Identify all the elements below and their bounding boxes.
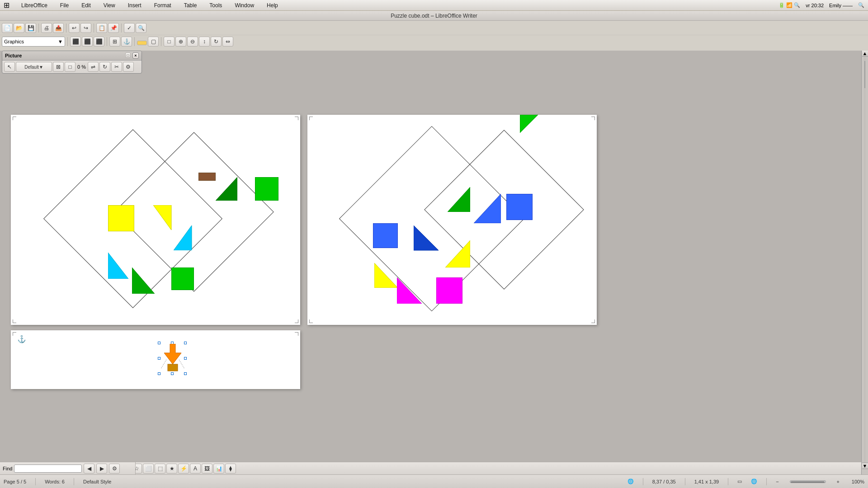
sep-s1 (35, 478, 36, 485)
anchor-btn[interactable]: ⚓ (121, 37, 132, 47)
dropdown-arrow: ▼ (58, 39, 63, 44)
draw-toggle-extrusion-btn[interactable]: ⧫ (225, 464, 236, 474)
search-icon[interactable]: 🔍 (858, 2, 864, 8)
redo-btn[interactable]: ↪ (80, 23, 91, 33)
zoom-slider[interactable] (790, 480, 826, 483)
menu-help[interactable]: Help (264, 1, 281, 9)
menu-edit[interactable]: Edit (79, 1, 94, 9)
page-left[interactable] (11, 115, 300, 325)
undo-btn[interactable]: ↩ (69, 23, 80, 33)
menu-insert[interactable]: Insert (125, 1, 144, 9)
picture-props-btn[interactable]: ⚙ (123, 62, 134, 72)
zoom-out-btn[interactable]: − (776, 479, 778, 484)
yellow-triangle-left (153, 205, 176, 232)
sep7 (134, 37, 135, 46)
wrap-btn[interactable]: ⊞ (109, 37, 120, 47)
word-count: Words: 6 (45, 479, 65, 484)
find-prev-btn[interactable]: ◀ (84, 464, 94, 474)
view-web-btn[interactable]: 🌐 (751, 479, 757, 484)
svg-marker-2 (108, 253, 128, 279)
svg-marker-6 (414, 225, 439, 250)
picture-mode-btn[interactable]: Default▼ (16, 62, 52, 72)
menu-tools[interactable]: Tools (207, 1, 225, 9)
draw-stars-btn[interactable]: ★ (166, 464, 177, 474)
handle-ml[interactable] (158, 357, 160, 360)
scrollbar-right[interactable]: ▲ ▼ (861, 51, 868, 474)
menu-libreoffice[interactable]: LibreOffice (19, 1, 50, 9)
menu-view[interactable]: View (101, 1, 118, 9)
left-page-canvas (11, 115, 300, 325)
svg-marker-0 (153, 205, 171, 230)
print-btn[interactable]: 🖨 (41, 23, 52, 33)
draw-insert-image-btn[interactable]: 🖼 (202, 464, 212, 474)
spellcheck-btn[interactable]: ✓ (124, 23, 135, 33)
darkgreen-triangle-top (216, 177, 237, 201)
handle-bl[interactable] (158, 372, 160, 375)
menu-format[interactable]: Format (151, 1, 174, 9)
scroll-track[interactable] (864, 56, 865, 463)
sep6 (107, 37, 107, 46)
border-color-btn[interactable]: ▢ (148, 37, 159, 47)
save-btn[interactable]: 💾 (25, 23, 36, 33)
align-left-btn[interactable]: ⬛ (70, 37, 81, 47)
find-next-btn[interactable]: ▶ (96, 464, 107, 474)
picture-filter-btn[interactable]: ⊠ (53, 62, 64, 72)
mirror-btn[interactable]: ⇔ (222, 37, 233, 47)
handle-br[interactable] (184, 372, 187, 375)
menu-file[interactable]: File (57, 1, 71, 9)
statusbar: Page 5 / 5 Words: 6 Default Style 🌐 8,37… (0, 474, 868, 488)
svg-marker-1 (174, 225, 192, 250)
svg-marker-5 (520, 115, 538, 133)
rotate-btn[interactable]: ↻ (211, 37, 222, 47)
arrange-btn[interactable]: ↕ (199, 37, 210, 47)
menu-window[interactable]: Window (232, 1, 257, 9)
find-btn[interactable]: 🔍 (136, 23, 146, 33)
draw-insert-chart-btn[interactable]: 📊 (213, 464, 224, 474)
sep-s6 (766, 478, 767, 485)
new-btn[interactable]: 📄 (2, 23, 13, 33)
picture-select-btn[interactable]: ↖ (4, 62, 15, 72)
group-btn[interactable]: ⊕ (175, 37, 186, 47)
menu-table[interactable]: Table (181, 1, 200, 9)
draw-flowchart-btn[interactable]: ⬜ (143, 464, 154, 474)
scroll-up-btn[interactable]: ▲ (862, 51, 868, 56)
picture-panel-close[interactable]: × (132, 52, 139, 59)
find-input[interactable] (14, 465, 82, 473)
draw-callouts-btn[interactable]: ⬚ (155, 464, 165, 474)
selected-object-container[interactable] (159, 343, 185, 374)
align-right-btn[interactable]: ⬛ (94, 37, 104, 47)
picture-panel-pin[interactable]: □ (125, 52, 131, 58)
handle-tl[interactable] (158, 342, 160, 344)
svg-marker-7 (445, 240, 470, 267)
scroll-thumb[interactable] (864, 61, 865, 88)
green-triangle-top-right (520, 115, 538, 133)
language-btn[interactable]: 🌐 (627, 479, 634, 484)
find-bar: Find ◀ ▶ ⚙ (0, 462, 136, 474)
picture-crop-btn[interactable]: ✂ (111, 62, 122, 72)
style-dropdown[interactable]: Graphics ▼ (2, 37, 65, 47)
handle-bm[interactable] (171, 372, 174, 375)
draw-fontwork-btn[interactable]: A (190, 464, 201, 474)
color-btn[interactable] (137, 41, 147, 45)
size-info: 1,41 x 1,39 (694, 479, 719, 484)
draw-connector-btn[interactable]: ⚡ (178, 464, 189, 474)
green-square-top (255, 177, 278, 201)
align-center-btn[interactable]: ⬛ (82, 37, 93, 47)
sep8 (161, 37, 161, 46)
zoom-in-btn[interactable]: + (837, 479, 840, 484)
export-btn[interactable]: 📤 (53, 23, 64, 33)
shadow-btn[interactable]: □ (164, 37, 175, 47)
picture-color-btn[interactable]: □ (65, 62, 75, 72)
picture-flip-btn[interactable]: ⇌ (88, 62, 99, 72)
ungroup-btn[interactable]: ⊖ (187, 37, 198, 47)
find-options-btn[interactable]: ⚙ (109, 464, 120, 474)
picture-rotate-btn[interactable]: ↻ (99, 62, 110, 72)
open-btn[interactable]: 📂 (14, 23, 24, 33)
paste-btn[interactable]: 📌 (108, 23, 119, 33)
page-right[interactable] (307, 115, 597, 325)
view-normal-btn[interactable]: ▭ (737, 479, 742, 484)
svg-marker-12 (164, 344, 181, 364)
page-bottom[interactable]: ⚓ (11, 330, 300, 389)
copy-btn[interactable]: 📋 (96, 23, 107, 33)
scroll-down-btn[interactable]: ▼ (862, 463, 868, 469)
